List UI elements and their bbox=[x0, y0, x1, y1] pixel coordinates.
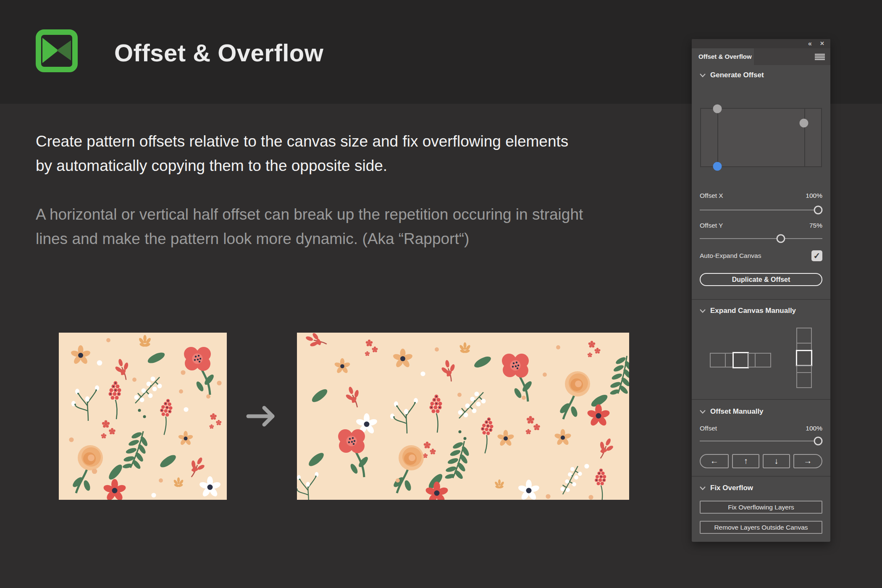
section-title: Fix Overflow bbox=[710, 484, 753, 492]
section-divider bbox=[692, 476, 830, 477]
slider-track bbox=[700, 210, 822, 210]
offset-x-value: 100% bbox=[806, 192, 822, 200]
expand-horizontal-strip bbox=[710, 352, 771, 368]
chevron-down-icon bbox=[700, 486, 706, 490]
expand-left-button[interactable] bbox=[710, 353, 726, 368]
intro-p2-line2: lines and make the pattern look more dyn… bbox=[36, 227, 649, 251]
auto-expand-label: Auto-Expand Canvas bbox=[700, 252, 761, 260]
intro-paragraph-2: A horizontal or vertical half offset can… bbox=[36, 202, 649, 251]
section-offset-manually-header[interactable]: Offset Manually bbox=[700, 407, 822, 416]
logo-right-triangle bbox=[57, 40, 71, 60]
logo-left-triangle bbox=[42, 38, 58, 63]
intro-paragraph-1: Create pattern offsets relative to the c… bbox=[36, 129, 649, 178]
offset-y-label: Offset Y bbox=[700, 222, 723, 229]
intro-p1-line1: Create pattern offsets relative to the c… bbox=[36, 129, 649, 154]
section-fix-overflow-header[interactable]: Fix Overflow bbox=[700, 484, 822, 492]
offset-x-slider[interactable] bbox=[700, 205, 822, 215]
offset-y-value: 75% bbox=[809, 222, 822, 229]
chevron-down-icon bbox=[700, 74, 706, 77]
intro-p2-line1: A horizontal or vertical half offset can… bbox=[36, 202, 649, 227]
slider-track bbox=[700, 441, 822, 441]
offset-x-label: Offset X bbox=[700, 192, 723, 200]
offset-2d-control[interactable] bbox=[700, 108, 822, 167]
expand-vertical-strip bbox=[796, 328, 812, 388]
pattern-after-image bbox=[297, 333, 629, 500]
expand-down-button[interactable] bbox=[796, 372, 812, 388]
panel-menu-icon[interactable] bbox=[815, 54, 825, 60]
canvas-center-horizontal[interactable] bbox=[732, 352, 749, 368]
offset-y-row: Offset Y 75% bbox=[700, 221, 822, 230]
collapse-panel-icon[interactable]: « bbox=[808, 39, 812, 48]
manual-offset-row: Offset 100% bbox=[700, 424, 822, 433]
expand-left-half-button[interactable] bbox=[725, 353, 733, 368]
fix-overflowing-layers-button[interactable]: Fix Overflowing Layers bbox=[700, 501, 822, 514]
section-divider bbox=[692, 399, 830, 400]
plugin-logo-icon bbox=[36, 29, 78, 72]
manual-offset-label: Offset bbox=[700, 425, 717, 432]
offset-guide-line-right bbox=[804, 109, 805, 166]
manual-offset-value: 100% bbox=[806, 425, 822, 432]
plugin-panel: « ✕ Offset & Overflow Generate Offset Of… bbox=[692, 39, 830, 542]
duplicate-offset-button[interactable]: Duplicate & Offset bbox=[700, 273, 822, 286]
expand-right-button[interactable] bbox=[755, 353, 771, 368]
nudge-down-button[interactable]: ↓ bbox=[763, 454, 790, 468]
transform-arrow-icon bbox=[245, 403, 279, 429]
offset-x-guide-line bbox=[717, 109, 718, 166]
page-title: Offset & Overflow bbox=[114, 39, 323, 67]
tab-offset-overflow[interactable]: Offset & Overflow bbox=[692, 48, 754, 65]
remove-layers-outside-canvas-button[interactable]: Remove Layers Outside Canvas bbox=[700, 521, 822, 534]
close-panel-icon[interactable]: ✕ bbox=[820, 39, 824, 48]
slider-track bbox=[700, 238, 822, 239]
pattern-before-image bbox=[59, 333, 227, 500]
expand-up-button[interactable] bbox=[796, 328, 812, 344]
intro-text: Create pattern offsets relative to the c… bbox=[36, 129, 649, 251]
panel-tab-bar: Offset & Overflow bbox=[692, 48, 830, 65]
manual-offset-slider[interactable] bbox=[700, 436, 822, 446]
panel-titlebar: « ✕ bbox=[692, 39, 830, 48]
auto-expand-row: Auto-Expand Canvas ✓ bbox=[700, 250, 822, 261]
nudge-arrows: ← ↑ ↓ → bbox=[700, 454, 822, 468]
expand-canvas-controls bbox=[692, 299, 830, 399]
section-generate-offset-header[interactable]: Generate Offset bbox=[700, 71, 822, 79]
nudge-up-button[interactable]: ↑ bbox=[732, 454, 759, 468]
canvas-center-vertical[interactable] bbox=[796, 350, 812, 366]
nudge-right-button[interactable]: → bbox=[793, 454, 822, 468]
offset-x-row: Offset X 100% bbox=[700, 191, 822, 200]
chevron-down-icon bbox=[700, 410, 706, 414]
offset-y-slider[interactable] bbox=[700, 234, 822, 243]
section-title: Offset Manually bbox=[710, 407, 764, 416]
section-title: Generate Offset bbox=[710, 71, 764, 79]
intro-p1-line2: by automatically copying them to the opp… bbox=[36, 154, 649, 178]
nudge-left-button[interactable]: ← bbox=[700, 454, 729, 468]
auto-expand-checkbox[interactable]: ✓ bbox=[811, 250, 822, 261]
